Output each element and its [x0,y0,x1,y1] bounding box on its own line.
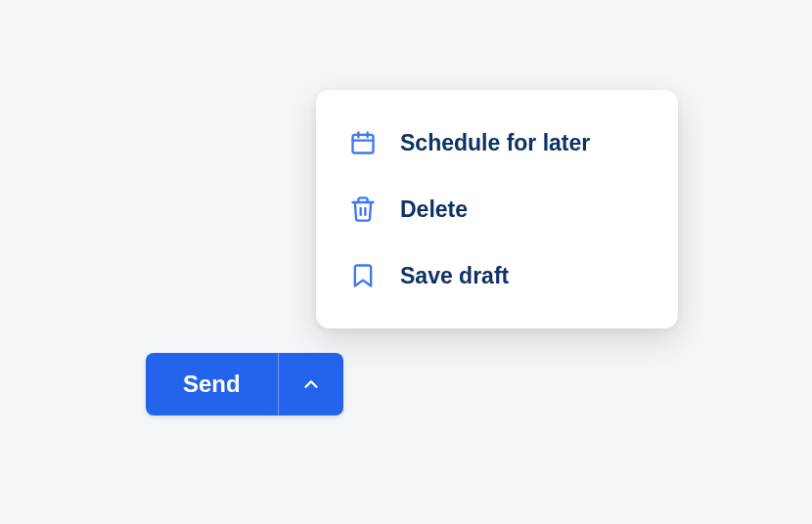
menu-item-save-draft[interactable]: Save draft [316,242,678,309]
send-button[interactable]: Send [146,353,278,415]
calendar-icon [349,129,377,156]
bookmark-icon [349,262,377,289]
menu-item-label: Delete [400,196,468,223]
menu-item-label: Save draft [400,263,509,289]
svg-rect-0 [353,135,374,153]
dropdown-toggle-button[interactable] [278,353,343,415]
chevron-up-icon [300,373,322,395]
menu-item-label: Schedule for later [400,130,590,156]
trash-icon [349,196,377,223]
menu-item-delete[interactable]: Delete [316,176,678,242]
send-button-label: Send [183,371,241,398]
menu-item-schedule[interactable]: Schedule for later [316,109,678,176]
dropdown-menu: Schedule for later Delete Save draft [316,90,678,328]
split-button: Send [146,353,343,415]
